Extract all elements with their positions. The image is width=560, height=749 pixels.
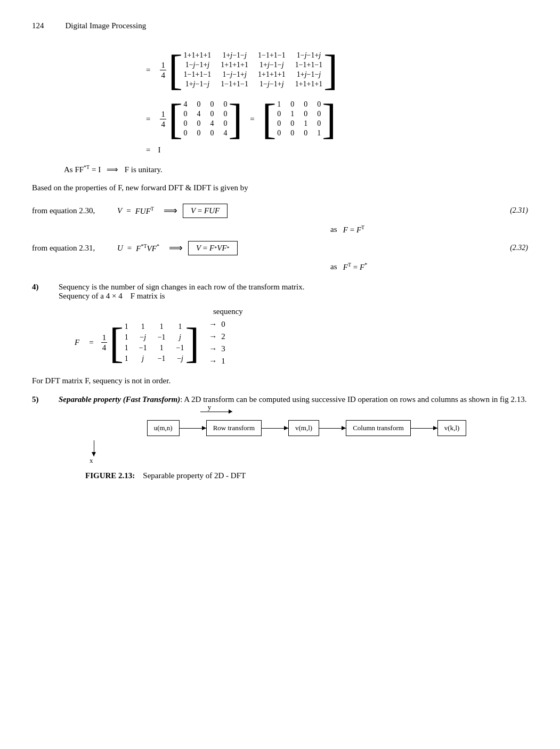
seq-row-1: → 1	[205, 357, 225, 366]
seq-frac: 1 4	[101, 333, 108, 352]
item5-block: 5) Separable property (Fast Transform): …	[32, 395, 528, 404]
as232-eq: FT = F*	[343, 262, 367, 272]
seq-row-0: → 0	[205, 320, 225, 329]
m1-r1c2: 1+j−1−j	[258, 61, 286, 69]
m1-r1c3: 1−1+1−1	[295, 61, 323, 69]
item4-block: 4) Sequency is the number of sign change…	[32, 283, 528, 367]
y-arrow	[200, 412, 232, 412]
as231-as: as	[330, 225, 343, 234]
dft-intro: Based on the properties of F, new forwar…	[32, 182, 528, 194]
identity-row: = I	[139, 146, 160, 155]
x-arrow-line	[94, 440, 94, 456]
arrow4-head	[433, 426, 437, 430]
m1-r2c3: 1+j−1−j	[295, 70, 323, 79]
m1-r3c3: 1+1+1+1	[295, 80, 323, 88]
bracket-left-2: [	[168, 98, 183, 140]
matrix-1: [ 1+1+1+1 1+j−1−j 1−1+1−1 1−j−1+j 1−j−1+…	[168, 49, 338, 91]
m1-r2c1: 1−j−1+j	[221, 70, 248, 79]
eq231-line: from equation 2.30, V = FUFT ⟹ V = FUF (…	[32, 204, 528, 218]
page-title: Digital Image Processing	[66, 21, 147, 30]
bracket-right-2: ]	[229, 98, 243, 140]
figure-caption: FIGURE 2.13: Separable property of 2D - …	[85, 471, 246, 480]
eq232-label: from equation 2.31,	[32, 244, 117, 253]
y-axis: y	[200, 403, 232, 412]
eq231-boxed: V = FUF	[183, 204, 228, 218]
matrix-2: [ 4 0 0 0 0 4 0 0 0 0 4 0 0 0 0 4 ]	[168, 98, 242, 140]
eq232-line: from equation 2.31, U = F*TVF* ⟹ V = F*V…	[32, 241, 528, 255]
arrow3	[319, 428, 346, 429]
item5-text: Separable property (Fast Transform): A 2…	[59, 395, 528, 404]
bracket-right-1: ]	[323, 49, 338, 91]
eq232-implies: ⟹	[169, 242, 183, 254]
as231-eq: F = FT	[343, 224, 364, 235]
y-label: y	[208, 403, 212, 412]
x-label: x	[90, 456, 93, 465]
arrow2	[262, 428, 288, 429]
arrow1-head	[202, 426, 206, 430]
m1-r0c1: 1+j−1−j	[221, 51, 248, 60]
row-transform-box: Row transform	[206, 420, 262, 436]
col-transform-box: Column transform	[346, 420, 411, 436]
item5-number: 5)	[32, 395, 59, 404]
eq231-implies: ⟹	[164, 205, 177, 216]
u-box: u(m,n)	[147, 420, 180, 436]
eq232-boxed: V = F*VF*	[188, 241, 238, 255]
matrix-eq-row2: = 1 4 [ 4 0 0 0 0 4 0 0 0 0 4 0 0 0 0	[139, 98, 336, 140]
v-kl-box: v(k,l)	[437, 420, 467, 436]
page-header: 124 Digital Image Processing	[32, 21, 528, 30]
as232-as: as	[330, 262, 343, 271]
m1-r3c2: 1−j−1+j	[258, 80, 286, 88]
eq232-expr: F*TVF*	[136, 243, 159, 253]
matrix-1-content: 1+1+1+1 1+j−1−j 1−1+1−1 1−j−1+j 1−j−1+j …	[184, 51, 323, 88]
m1-r0c0: 1+1+1+1	[184, 51, 212, 60]
arrow4	[411, 428, 437, 429]
arrow1	[180, 428, 206, 429]
figure-213: y u(m,n) Row transform v(m,l) Column tra…	[85, 415, 528, 480]
item5: 5) Separable property (Fast Transform): …	[32, 395, 528, 404]
x-axis: x	[85, 440, 94, 465]
seq-matrix-row: F = 1 4 [ 1 1 1 1 1 −j −1 j 1 −1	[75, 318, 528, 367]
equals-sign-2: =	[146, 115, 150, 124]
caption-bold: FIGURE 2.13:	[85, 471, 135, 480]
m1-r1c1: 1+1+1+1	[221, 61, 248, 69]
eq232-var: U	[117, 244, 123, 253]
equals-sign-1: =	[146, 66, 150, 75]
seq-bracket-left: [	[109, 321, 124, 364]
as232-note: as FT = F*	[330, 262, 528, 272]
fraction-1: 1 4	[160, 60, 166, 80]
sequency-label: sequency	[213, 307, 528, 316]
m1-r3c0: 1+j−1−j	[184, 80, 212, 88]
bracket-left-1: [	[168, 49, 183, 91]
diagram: y u(m,n) Row transform v(m,l) Column tra…	[147, 420, 467, 436]
f-label: F	[75, 338, 79, 347]
matrix-3-content: 1 0 0 0 0 1 0 0 0 0 1 0 0 0 0 1	[277, 100, 321, 138]
m1-r3c1: 1−1+1−1	[221, 80, 248, 88]
m1-r0c3: 1−j−1+j	[295, 51, 323, 60]
eq231-number: (2.31)	[496, 206, 528, 215]
eq231-block: from equation 2.30, V = FUFT ⟹ V = FUF (…	[32, 204, 528, 235]
m1-r0c2: 1−1+1−1	[258, 51, 286, 60]
seq-row-3: → 3	[205, 344, 225, 353]
m1-r1c0: 1−j−1+j	[184, 61, 212, 69]
y-arrow-line	[200, 412, 232, 412]
identity-label: I	[158, 146, 160, 155]
item4: 4) Sequency is the number of sign change…	[32, 283, 528, 301]
page-number: 124	[32, 21, 44, 30]
matrix-3: [ 1 0 0 0 0 1 0 0 0 0 1 0 0 0 0 1 ]	[262, 98, 336, 140]
caption-text: Separable property of 2D - DFT	[137, 471, 246, 480]
down-arrows-row: x	[85, 440, 528, 465]
seq-bracket-right: ]	[185, 321, 200, 364]
as231-note: as F = FT	[330, 224, 528, 235]
bracket-right-3: ]	[322, 98, 336, 140]
matrix-2-content: 4 0 0 0 0 4 0 0 0 0 4 0 0 0 0 4	[184, 100, 228, 138]
m1-r2c2: 1+1+1+1	[258, 70, 286, 79]
bracket-left-3: [	[262, 98, 277, 140]
v-ml-box: v(m,l)	[288, 420, 319, 436]
matrix-equation-block: = 1 4 [ 1+1+1+1 1+j−1−j 1−1+1−1 1−j−1+j …	[32, 46, 528, 157]
eq231-expr: FUFT	[135, 206, 154, 216]
eq231-label: from equation 2.30,	[32, 206, 117, 215]
arrow2-head	[284, 426, 288, 430]
unitary-text: As FF*T = I ⟹ F is unitary.	[64, 164, 528, 174]
y-arrowhead	[229, 409, 232, 414]
m1-r2c0: 1−1+1−1	[184, 70, 212, 79]
